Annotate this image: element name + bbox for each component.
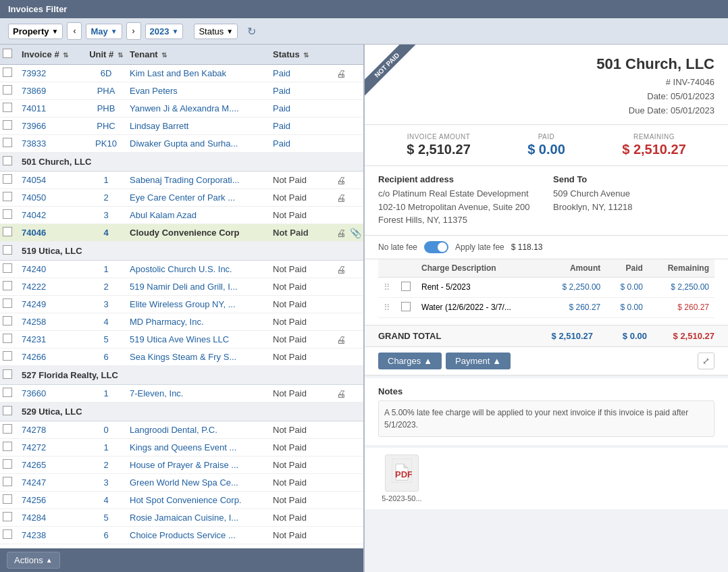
payment-button[interactable]: Payment ▲ (446, 353, 511, 369)
property-label: Property (13, 26, 49, 36)
recipient-address-title: Recipient address (378, 174, 540, 184)
print-icon[interactable]: 🖨 (336, 388, 346, 399)
print-icon[interactable]: 🖨 (336, 334, 346, 345)
table-row[interactable]: 74247 3 Green World New Spa Ce... Not Pa… (0, 474, 363, 492)
table-row-selected[interactable]: 74046 4 Cloudy Convenience Corp Not Paid… (0, 224, 363, 242)
charge-check[interactable] (396, 297, 416, 317)
prev-month-button[interactable]: ‹ (67, 22, 82, 40)
table-row[interactable]: 73966 PHC Lindsay Barrett Paid (0, 118, 363, 135)
grand-total-row: GRAND TOTAL $ 2,510.27 $ 0.00 $ 2,510.27 (365, 325, 728, 347)
header-tenant[interactable]: Tenant ⇅ (130, 49, 273, 59)
group-header-529: 529 Utica, LLC (0, 402, 363, 421)
invoice-sort-icon: ⇅ (63, 51, 68, 59)
notes-section: Notes A 5.00% late fee charge will be ap… (365, 378, 728, 445)
invoice-amounts: INVOICE AMOUNT $ 2,510.27 PAID $ 0.00 RE… (365, 125, 728, 166)
property-filter[interactable]: Property ▼ (8, 24, 63, 39)
paid-value: $ 0.00 (527, 142, 565, 157)
charge-check[interactable] (396, 277, 416, 297)
expand-icon: ⤢ (702, 356, 710, 366)
table-row[interactable]: 73833 PK10 Diwaker Gupta and Surha... Pa… (0, 135, 363, 153)
refresh-button[interactable]: ↻ (247, 25, 256, 38)
attachment-name: 5-2023-50... (382, 494, 421, 502)
title-label: Invoices Filter (8, 4, 67, 14)
table-row[interactable]: 74222 2 519 Namir Deli and Grill, I... N… (0, 278, 363, 296)
table-row[interactable]: 73660 1 7-Eleven, Inc. Not Paid 🖨 (0, 385, 363, 402)
table-row[interactable]: 74266 6 Sea Kings Steam & Fry S... Not P… (0, 348, 363, 366)
charge-remaining: $ 260.27 (648, 297, 714, 317)
header-invoice[interactable]: Invoice # ⇅ (22, 49, 82, 59)
clip-icon[interactable]: 📎 (350, 228, 361, 238)
table-row[interactable]: 74231 5 519 Utica Ave Wines LLC Not Paid… (0, 331, 363, 348)
drag-handle[interactable]: ⠿ (378, 297, 396, 317)
print-icon[interactable]: 🖨 (336, 228, 346, 238)
charge-amount: $ 260.27 (544, 297, 606, 317)
table-row[interactable]: 74256 4 Hot Spot Convenience Corp. Not P… (0, 492, 363, 509)
late-fee-row: No late fee Apply late fee $ 118.13 (365, 236, 728, 259)
group-name-529: 529 Utica, LLC (22, 407, 82, 417)
actions-button[interactable]: Actions ▲ (7, 552, 60, 569)
invoice-meta: # INV-74046 Date: 05/01/2023 Due Date: 0… (378, 76, 714, 118)
not-paid-banner: NOT PAID (365, 45, 425, 105)
charges-arrow-icon: ▲ (423, 356, 432, 366)
year-filter[interactable]: 2023 ▼ (145, 24, 184, 39)
invoice-num: # INV-74046 (378, 76, 714, 90)
month-filter[interactable]: May ▼ (86, 24, 122, 39)
group-header-527: 527 Florida Realty, LLC (0, 366, 363, 385)
invoice-header: NOT PAID 501 Church, LLC # INV-74046 Dat… (365, 45, 728, 125)
remaining-amount-block: REMAINING $ 2,510.27 (622, 133, 686, 157)
col-paid-header: Paid (606, 259, 648, 278)
table-row[interactable]: 74272 1 Kings and Queens Event ... Not P… (0, 439, 363, 457)
table-row[interactable]: 74258 4 MD Pharmacy, Inc. Not Paid (0, 313, 363, 331)
title-bar: Invoices Filter (0, 0, 728, 18)
table-row[interactable]: 74284 5 Rosie Jamaican Cuisine, I... Not… (0, 509, 363, 527)
charge-row: ⠿ Water (12/6/2022 - 3/7/... $ 260.27 $ … (378, 297, 714, 317)
toggle-knob (438, 242, 447, 252)
table-row[interactable]: 74054 1 Sabenaj Trading Corporati... Not… (0, 172, 363, 189)
svg-text:PDF: PDF (395, 469, 412, 479)
header-unit[interactable]: Unit # ⇅ (82, 49, 130, 59)
month-chevron-icon: ▼ (111, 28, 118, 35)
table-row[interactable]: 74240 1 Apostolic Church U.S. Inc. Not P… (0, 261, 363, 278)
table-row[interactable]: 74278 0 Langroodi Dental, P.C. Not Paid (0, 421, 363, 439)
invoice-date: Date: 05/01/2023 (378, 90, 714, 104)
drag-handle[interactable]: ⠿ (378, 277, 396, 297)
group-header-519: 519 Utica, LLC (0, 242, 363, 261)
table-row[interactable]: 74238 6 Choice Products Service ... Not … (0, 527, 363, 544)
remaining-value: $ 2,510.27 (622, 142, 686, 157)
table-row[interactable]: 74042 3 Abul Kalam Azad Not Paid (0, 207, 363, 224)
no-late-fee-label: No late fee (378, 242, 417, 252)
payment-arrow-icon: ▲ (492, 356, 501, 366)
table-row[interactable]: 73869 PHA Evan Peters Paid (0, 82, 363, 100)
grand-total-paid: $ 0.00 (593, 331, 647, 341)
recipient-address-block: Recipient address c/o Platinum Real Esta… (378, 174, 540, 227)
table-row[interactable]: 74249 3 Elite Wireless Group NY, ... Not… (0, 296, 363, 313)
print-icon[interactable]: 🖨 (336, 68, 346, 79)
action-buttons-row: Charges ▲ Payment ▲ ⤢ (365, 347, 728, 375)
grand-total-remaining: $ 2,510.27 (647, 331, 714, 341)
table-row[interactable]: 74011 PHB Yanwen Ji & Alexandra M.... Pa… (0, 100, 363, 118)
group-header-501: 501 Church, LLC (0, 153, 363, 172)
table-row[interactable]: 74050 2 Eye Care Center of Park ... Not … (0, 189, 363, 207)
status-filter[interactable]: Status ▼ (194, 24, 238, 39)
late-fee-toggle[interactable] (424, 241, 448, 253)
print-icon[interactable]: 🖨 (336, 175, 346, 186)
table-body: 73932 6D Kim Last and Ben Kabak Paid 🖨 7… (0, 65, 363, 548)
print-icon[interactable]: 🖨 (336, 264, 346, 275)
header-status[interactable]: Status ⇅ (273, 49, 334, 59)
attachment-item[interactable]: PDF 5-2023-50... (378, 454, 425, 502)
print-icon[interactable]: 🖨 (336, 192, 346, 203)
expand-button[interactable]: ⤢ (698, 353, 714, 369)
group-name-501: 501 Church, LLC (22, 157, 91, 167)
next-month-button[interactable]: › (126, 22, 141, 40)
col-amount-header: Amount (544, 259, 606, 278)
not-paid-label: NOT PAID (365, 45, 417, 95)
status-chevron-icon: ▼ (226, 28, 233, 35)
actions-chevron-icon: ▲ (46, 556, 53, 564)
table-row[interactable]: 73932 6D Kim Last and Ben Kabak Paid 🖨 (0, 65, 363, 82)
table-row[interactable]: 74265 2 House of Prayer & Praise ... Not… (0, 457, 363, 474)
header-check[interactable] (3, 49, 22, 60)
bottom-bar: Actions ▲ (0, 548, 363, 572)
attachment-thumbnail: PDF (385, 454, 419, 492)
charges-button[interactable]: Charges ▲ (378, 353, 442, 369)
charge-remaining: $ 2,250.00 (648, 277, 714, 297)
